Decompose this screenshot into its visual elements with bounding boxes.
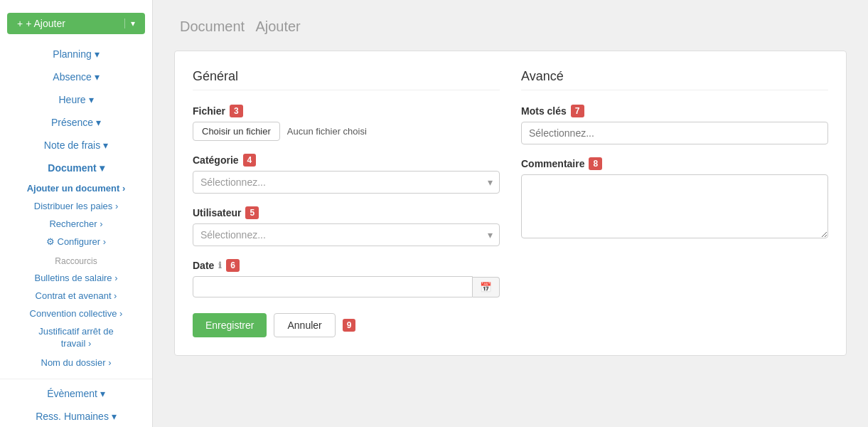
sidebar: + + Ajouter ▾ Planning ▾ Absence ▾ Heure… — [0, 0, 153, 427]
mots-cles-group: Mots clés 7 — [521, 105, 828, 144]
date-info-icon: ℹ — [218, 260, 222, 270]
mots-cles-badge: 7 — [571, 105, 584, 117]
sidebar-item-note-de-frais[interactable]: Note de frais ▾ — [0, 134, 152, 157]
general-section-title: Général — [193, 69, 500, 90]
sidebar-item-nom-dossier[interactable]: Nom du dossier › — [0, 354, 152, 371]
categorie-select[interactable]: Sélectionnez... — [193, 171, 500, 194]
enregistrer-button[interactable]: Enregistrer — [193, 313, 267, 337]
general-section: Général Fichier 3 Choisir un fichier Auc… — [193, 69, 500, 337]
add-button[interactable]: + + Ajouter ▾ — [7, 13, 145, 34]
fichier-group: Fichier 3 Choisir un fichier Aucun fichi… — [193, 105, 500, 141]
categorie-group: Catégorie 4 Sélectionnez... ▾ (function(… — [193, 154, 500, 194]
sidebar-item-configurer[interactable]: ⚙ Configurer › — [0, 233, 152, 251]
calendar-icon[interactable]: 📅 — [473, 277, 500, 297]
page-title: Document Ajouter — [174, 14, 847, 36]
commentaire-textarea[interactable] — [521, 174, 828, 238]
commentaire-group: Commentaire 8 — [521, 157, 828, 241]
shortcuts-label: Raccourcis — [0, 251, 152, 269]
sidebar-item-rechercher[interactable]: Rechercher › — [0, 215, 152, 233]
commentaire-badge: 8 — [589, 157, 602, 170]
sidebar-item-ress-humaines[interactable]: Ress. Humaines ▾ — [0, 405, 152, 427]
sidebar-item-distribuer-paies[interactable]: Distribuer les paies › — [0, 197, 152, 215]
date-input[interactable] — [193, 276, 473, 297]
sidebar-item-document[interactable]: Document ▾ — [0, 157, 152, 179]
utilisateur-group: Utilisateur 5 Sélectionnez... ▾ (functio… — [193, 206, 500, 246]
main-content: Document Ajouter Général Fichier 3 Chois… — [153, 0, 868, 427]
utilisateur-select-wrapper: Sélectionnez... ▾ — [193, 223, 500, 246]
actions-badge: 9 — [343, 319, 356, 332]
date-group: Date ℹ 6 📅 — [193, 259, 500, 297]
sidebar-item-ajouter-document[interactable]: Ajouter un document › — [0, 179, 152, 197]
add-button-label: + Ajouter — [26, 18, 65, 29]
date-badge: 6 — [226, 259, 240, 272]
form-actions: Enregistrer Annuler 9 — [193, 313, 500, 337]
choose-file-button[interactable]: Choisir un fichier — [193, 122, 280, 141]
annuler-button[interactable]: Annuler — [274, 313, 335, 337]
sidebar-item-heure[interactable]: Heure ▾ — [0, 88, 152, 111]
file-name-text: Aucun fichier choisi — [287, 126, 367, 137]
commentaire-label: Commentaire 8 — [521, 157, 828, 170]
sidebar-item-bulletins-salaire[interactable]: Bulletins de salaire › — [0, 269, 152, 287]
sidebar-item-justificatif-arret[interactable]: Justificatif arrêt detravail › — [0, 322, 152, 354]
utilisateur-badge: 5 — [245, 206, 259, 219]
mots-cles-input[interactable] — [521, 122, 828, 144]
mots-cles-label: Mots clés 7 — [521, 105, 828, 117]
sidebar-item-evenement[interactable]: Évènement ▾ — [0, 382, 152, 405]
sidebar-item-absence[interactable]: Absence ▾ — [0, 65, 152, 88]
categorie-select-wrapper: Sélectionnez... ▾ — [193, 171, 500, 194]
file-input-row: Choisir un fichier Aucun fichier choisi — [193, 122, 500, 141]
form-container: Général Fichier 3 Choisir un fichier Auc… — [174, 51, 847, 356]
advanced-section-title: Avancé — [521, 69, 828, 90]
date-input-row: 📅 — [193, 276, 500, 297]
utilisateur-select[interactable]: Sélectionnez... — [193, 223, 500, 246]
advanced-section: Avancé Mots clés 7 Commentaire 8 — [521, 69, 828, 337]
categorie-badge: 4 — [243, 154, 257, 167]
fichier-label: Fichier 3 — [193, 105, 500, 117]
utilisateur-label: Utilisateur 5 — [193, 206, 500, 219]
dropdown-arrow[interactable]: ▾ — [124, 19, 135, 28]
plus-icon: + — [17, 18, 23, 29]
date-label: Date ℹ 6 — [193, 259, 500, 272]
sidebar-top: + + Ajouter ▾ — [0, 7, 152, 43]
sidebar-item-convention-collective[interactable]: Convention collective › — [0, 305, 152, 322]
fichier-badge: 3 — [230, 105, 243, 117]
categorie-label: Catégorie 4 — [193, 154, 500, 167]
sidebar-item-contrat-avenant[interactable]: Contrat et avenant › — [0, 287, 152, 305]
sidebar-item-presence[interactable]: Présence ▾ — [0, 111, 152, 134]
sidebar-item-planning[interactable]: Planning ▾ — [0, 43, 152, 65]
